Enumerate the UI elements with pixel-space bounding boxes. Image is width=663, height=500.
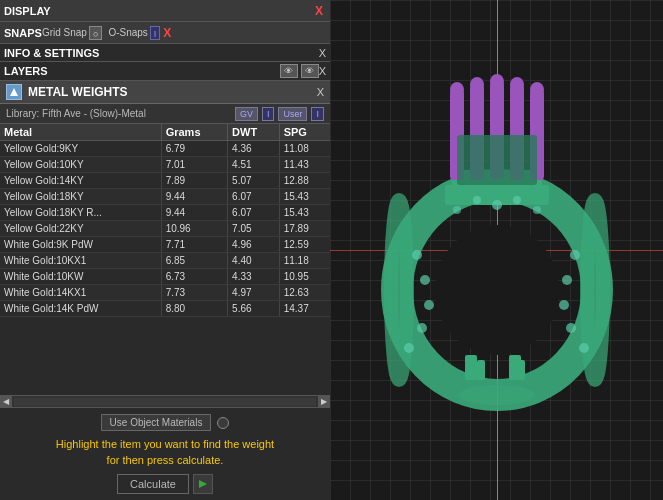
- svg-marker-1: [199, 480, 207, 488]
- svg-point-37: [453, 206, 461, 214]
- svg-point-27: [417, 323, 427, 333]
- table-row[interactable]: White Gold:14K PdW8.805.6614.37: [0, 301, 330, 317]
- right-panel: [330, 0, 663, 500]
- hscroll-left[interactable]: ◀: [0, 396, 12, 408]
- table-row[interactable]: Yellow Gold:18KY9.446.0715.43: [0, 189, 330, 205]
- table-cell: White Gold:14K PdW: [0, 301, 161, 317]
- table-cell: Yellow Gold:18KY R...: [0, 205, 161, 221]
- eye-icons: 👁 👁: [280, 64, 319, 78]
- col-spg: SPG: [279, 124, 330, 141]
- viewport-canvas[interactable]: [330, 0, 663, 500]
- info-settings-row: INFO & SETTINGS X: [0, 44, 330, 62]
- table-row[interactable]: White Gold:10KX16.854.4011.18: [0, 253, 330, 269]
- play-icon: [197, 478, 209, 490]
- bottom-section: Use Object Materials Highlight the item …: [0, 407, 330, 500]
- use-object-radio[interactable]: [217, 417, 229, 429]
- grid-snap-label: Grid Snap: [42, 27, 87, 38]
- svg-point-34: [492, 200, 502, 210]
- table-cell: 14.37: [279, 301, 330, 317]
- svg-point-30: [562, 275, 572, 285]
- info-settings-close[interactable]: X: [319, 47, 326, 59]
- svg-point-17: [490, 74, 504, 90]
- hscroll[interactable]: ◀ ▶: [0, 395, 330, 407]
- i-btn-1[interactable]: I: [262, 107, 275, 121]
- table-cell: Yellow Gold:14KY: [0, 173, 161, 189]
- calculate-row: Calculate: [117, 474, 213, 494]
- table-cell: 12.59: [279, 237, 330, 253]
- snaps-row: SNAPS Grid Snap ○ O-Snaps I X: [0, 22, 330, 44]
- table-row[interactable]: Yellow Gold:22KY10.967.0517.89: [0, 221, 330, 237]
- table-cell: 17.89: [279, 221, 330, 237]
- table-cell: 7.05: [228, 221, 280, 237]
- hscroll-right[interactable]: ▶: [318, 396, 330, 408]
- scale-icon: [9, 87, 19, 97]
- layers-close[interactable]: X: [319, 65, 326, 77]
- o-snaps-item: O-Snaps I: [108, 26, 160, 40]
- table-cell: White Gold:10KW: [0, 269, 161, 285]
- svg-point-24: [412, 250, 422, 260]
- table-row[interactable]: White Gold:14KX17.734.9712.63: [0, 285, 330, 301]
- metal-weights-icon: [6, 84, 22, 100]
- table-cell: 6.73: [161, 269, 227, 285]
- use-object-btn[interactable]: Use Object Materials: [101, 414, 212, 431]
- svg-point-25: [420, 275, 430, 285]
- table-cell: 11.18: [279, 253, 330, 269]
- library-row: Library: Fifth Ave - (Slow)-Metal GV I U…: [0, 104, 330, 124]
- table-cell: Yellow Gold:18KY: [0, 189, 161, 205]
- table-cell: 9.44: [161, 189, 227, 205]
- table-row[interactable]: Yellow Gold:9KY6.794.3611.08: [0, 141, 330, 157]
- svg-point-38: [533, 206, 541, 214]
- table-body: Yellow Gold:9KY6.794.3611.08Yellow Gold:…: [0, 141, 330, 317]
- i-btn-2[interactable]: I: [311, 107, 324, 121]
- svg-rect-4: [465, 355, 477, 380]
- snaps-controls: Grid Snap ○ O-Snaps I: [42, 26, 160, 40]
- user-btn: User: [278, 107, 307, 121]
- table-cell: 4.96: [228, 237, 280, 253]
- table-row[interactable]: Yellow Gold:10KY7.014.5111.43: [0, 157, 330, 173]
- table-cell: Yellow Gold:9KY: [0, 141, 161, 157]
- table-cell: Yellow Gold:22KY: [0, 221, 161, 237]
- metal-weights-header: METAL WEIGHTS X: [0, 81, 330, 104]
- svg-rect-7: [517, 360, 525, 380]
- table-row[interactable]: White Gold:9K PdW7.714.9612.59: [0, 237, 330, 253]
- table-cell: White Gold:10KX1: [0, 253, 161, 269]
- svg-rect-5: [477, 360, 485, 380]
- o-snaps-btn[interactable]: I: [150, 26, 161, 40]
- table-cell: 6.85: [161, 253, 227, 269]
- layers-label: LAYERS: [4, 65, 276, 77]
- use-object-row: Use Object Materials: [101, 414, 230, 431]
- calc-arrow-btn[interactable]: [193, 474, 213, 494]
- table-row[interactable]: Yellow Gold:14KY7.895.0712.88: [0, 173, 330, 189]
- table-cell: 7.73: [161, 285, 227, 301]
- svg-marker-0: [10, 88, 18, 96]
- svg-point-35: [473, 196, 481, 204]
- metal-weights-close[interactable]: X: [317, 86, 324, 98]
- table-cell: Yellow Gold:10KY: [0, 157, 161, 173]
- calculate-btn[interactable]: Calculate: [117, 474, 189, 494]
- svg-point-15: [450, 82, 464, 98]
- table-cell: 6.79: [161, 141, 227, 157]
- display-close[interactable]: X: [312, 4, 326, 18]
- grid-snap-item: Grid Snap ○: [42, 26, 102, 40]
- snaps-close[interactable]: X: [160, 26, 174, 40]
- table-cell: 15.43: [279, 189, 330, 205]
- eye-btn-2[interactable]: 👁: [301, 64, 319, 78]
- table-cell: 10.95: [279, 269, 330, 285]
- svg-point-3: [435, 225, 559, 355]
- highlight-text: Highlight the item you want to find the …: [56, 437, 274, 468]
- eye-btn-1[interactable]: 👁: [280, 64, 298, 78]
- ring-viewport: [357, 70, 637, 430]
- table-row[interactable]: Yellow Gold:18KY R...9.446.0715.43: [0, 205, 330, 221]
- table-cell: 11.08: [279, 141, 330, 157]
- table-row[interactable]: White Gold:10KW6.734.3310.95: [0, 269, 330, 285]
- svg-point-33: [579, 343, 589, 353]
- display-row: DISPLAY X: [0, 0, 330, 22]
- table-cell: 4.97: [228, 285, 280, 301]
- svg-point-19: [530, 82, 544, 98]
- grid-snap-circle[interactable]: ○: [89, 26, 102, 40]
- metal-table-container: Metal Grams DWT SPG Yellow Gold:9KY6.794…: [0, 124, 330, 395]
- col-metal: Metal: [0, 124, 161, 141]
- svg-point-31: [559, 300, 569, 310]
- hscroll-track[interactable]: [14, 398, 316, 406]
- gv-btn[interactable]: GV: [235, 107, 258, 121]
